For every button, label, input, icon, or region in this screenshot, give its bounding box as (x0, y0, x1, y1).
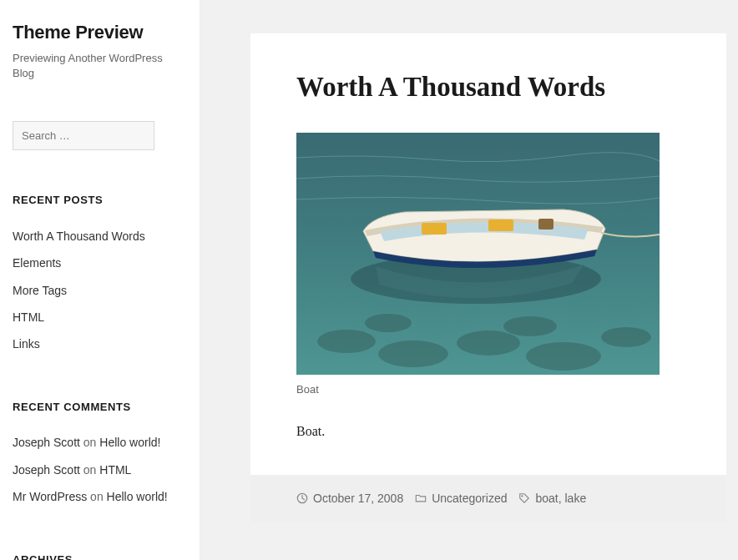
list-item: Elements (13, 250, 187, 275)
comment-on-text: on (90, 490, 104, 503)
comment-author-link[interactable]: Mr WordPress (13, 490, 87, 503)
recent-posts-heading: RECENT POSTS (13, 192, 187, 209)
comment-post-link[interactable]: HTML (99, 463, 131, 477)
svg-point-4 (526, 342, 601, 371)
svg-point-13 (522, 496, 523, 497)
post-figure: Boat (296, 133, 680, 398)
svg-rect-11 (538, 219, 554, 230)
post-title: Worth A Thousand Words (296, 70, 680, 104)
svg-point-2 (378, 341, 448, 367)
archives-widget: ARCHIVES (13, 552, 187, 561)
list-item: Links (13, 331, 187, 356)
recent-comments-heading: RECENT COMMENTS (13, 399, 187, 416)
post-category-link[interactable]: Uncategorized (432, 490, 507, 507)
post-body-text: Boat. (296, 421, 680, 441)
recent-post-link[interactable]: Links (13, 337, 40, 351)
svg-point-5 (601, 327, 651, 347)
boat-image (296, 133, 660, 375)
main-content: Worth A Thousand Words (200, 0, 738, 560)
comment-author-link[interactable]: Joseph Scott (13, 463, 80, 477)
search-widget (13, 121, 187, 150)
list-item: Joseph Scott on Hello world! (13, 430, 187, 455)
recent-post-link[interactable]: HTML (13, 310, 44, 324)
clock-icon (296, 492, 308, 504)
site-tagline: Previewing Another WordPress Blog (13, 51, 187, 81)
post-tags-link[interactable]: boat, lake (535, 490, 586, 507)
folder-icon (415, 492, 427, 504)
list-item: HTML (13, 305, 187, 330)
recent-posts-widget: RECENT POSTS Worth A Thousand Words Elem… (13, 192, 187, 356)
list-item: Mr WordPress on Hello world! (13, 484, 187, 509)
tag-icon (518, 492, 530, 504)
comment-on-text: on (83, 463, 97, 477)
comment-author-link[interactable]: Joseph Scott (13, 436, 80, 449)
list-item: Joseph Scott on HTML (13, 457, 187, 482)
image-caption: Boat (296, 381, 680, 398)
svg-point-3 (457, 330, 520, 356)
recent-comments-widget: RECENT COMMENTS Joseph Scott on Hello wo… (13, 399, 187, 510)
svg-rect-10 (488, 219, 513, 231)
comment-post-link[interactable]: Hello world! (107, 490, 168, 503)
post-date-link[interactable]: October 17, 2008 (313, 490, 403, 507)
search-input[interactable] (13, 121, 154, 150)
list-item: More Tags (13, 278, 187, 303)
post-meta-footer: October 17, 2008 Uncategorized boat, lak… (250, 475, 726, 522)
archives-heading: ARCHIVES (13, 552, 187, 561)
recent-post-link[interactable]: More Tags (13, 284, 67, 297)
svg-point-6 (365, 314, 412, 332)
comment-on-text: on (83, 436, 97, 449)
svg-point-7 (503, 316, 557, 336)
site-title-link[interactable]: Theme Preview (13, 22, 143, 43)
svg-rect-9 (422, 223, 447, 235)
list-item: Worth A Thousand Words (13, 224, 187, 249)
site-title: Theme Preview (13, 18, 187, 46)
sidebar: Theme Preview Previewing Another WordPre… (0, 0, 200, 560)
recent-post-link[interactable]: Elements (13, 256, 61, 270)
post: Worth A Thousand Words (250, 33, 726, 522)
recent-post-link[interactable]: Worth A Thousand Words (13, 230, 145, 243)
comment-post-link[interactable]: Hello world! (99, 436, 160, 449)
svg-point-1 (317, 330, 376, 353)
